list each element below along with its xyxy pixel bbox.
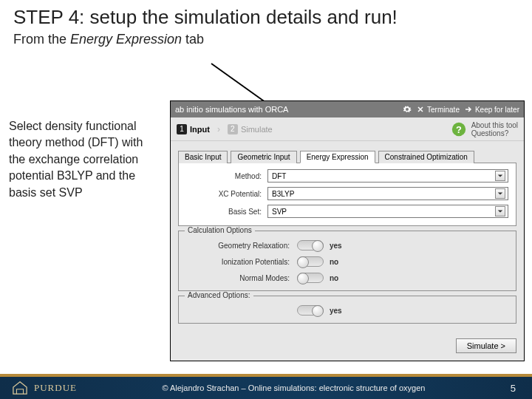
chevron-down-icon (495, 171, 505, 181)
gear-icon (403, 105, 412, 114)
calc-options: Calculation Options Geometry Relaxation:… (178, 231, 516, 291)
slide-title: STEP 4: setup the simulation details and… (0, 0, 532, 32)
copyright: © Alejandro Strachan – Online simulation… (77, 383, 511, 392)
tab-constrained-optimization[interactable]: Constrained Optimization (378, 151, 474, 163)
normal-modes-toggle[interactable] (297, 273, 324, 283)
slide-subtitle: From the Energy Expression tab (0, 32, 532, 47)
advanced-options: Advanced Options: yes (178, 296, 516, 324)
ion-pot-label: Ionization Potentials: (186, 258, 297, 266)
ion-pot-toggle[interactable] (297, 256, 324, 267)
orca-window: ab initio simulations with ORCA Terminat… (170, 100, 525, 361)
simulate-button[interactable]: Simulate > (456, 338, 516, 353)
geom-relax-label: Geometry Relaxation: (186, 242, 297, 250)
settings-button[interactable] (403, 105, 412, 114)
calc-options-legend: Calculation Options (185, 226, 255, 234)
geom-relax-value: yes (330, 242, 342, 250)
window-title: ab initio simulations with ORCA (175, 105, 397, 114)
normal-modes-value: no (330, 274, 338, 282)
step-input[interactable]: 1Input (177, 124, 210, 134)
method-select[interactable]: DFT (267, 169, 508, 183)
normal-modes-label: Normal Modes: (186, 274, 297, 282)
ion-pot-value: no (330, 258, 338, 266)
tabs: Basic Input Geometric Input Energy Expre… (178, 150, 516, 163)
chevron-down-icon (495, 188, 505, 199)
terminate-button[interactable]: Terminate (416, 105, 460, 114)
advanced-toggle[interactable] (297, 305, 324, 316)
questions-link[interactable]: Questions? (471, 129, 518, 137)
xc-potential-select[interactable]: B3LYP (267, 187, 508, 200)
page-number: 5 (511, 383, 532, 394)
xc-label: XC Potential: (186, 190, 267, 198)
chevron-down-icon (495, 206, 505, 216)
instruction-text: Select density functional theory method … (9, 118, 157, 201)
advanced-options-legend: Advanced Options: (185, 291, 253, 299)
footer: PURDUE © Alejandro Strachan – Online sim… (0, 377, 532, 399)
about-tool-link[interactable]: About this tool (471, 121, 518, 129)
method-label: Method: (186, 172, 267, 180)
purdue-logo-text: PURDUE (34, 382, 77, 394)
arrow-right-icon (464, 105, 473, 114)
basis-set-select[interactable]: SVP (267, 205, 508, 218)
tab-geometric-input[interactable]: Geometric Input (231, 151, 296, 163)
chevron-right-icon: › (217, 124, 220, 134)
step-bar: 1Input › 2Simulate ? About this tool Que… (171, 117, 524, 141)
tab-panel: Method: DFT XC Potential: B3LYP Basis Se… (178, 163, 516, 226)
tab-basic-input[interactable]: Basic Input (178, 151, 228, 163)
close-icon (416, 105, 425, 114)
tab-energy-expression[interactable]: Energy Expression (300, 151, 375, 163)
step-simulate[interactable]: 2Simulate (228, 124, 273, 134)
keep-for-later-button[interactable]: Keep for later (464, 105, 519, 114)
nanohub-logo-icon (12, 381, 28, 395)
titlebar: ab initio simulations with ORCA Terminat… (171, 101, 524, 117)
svg-text:?: ? (456, 123, 462, 134)
basis-label: Basis Set: (186, 208, 267, 216)
help-icon[interactable]: ? (451, 121, 467, 137)
geom-relax-toggle[interactable] (297, 240, 324, 250)
advanced-value: yes (330, 307, 342, 315)
